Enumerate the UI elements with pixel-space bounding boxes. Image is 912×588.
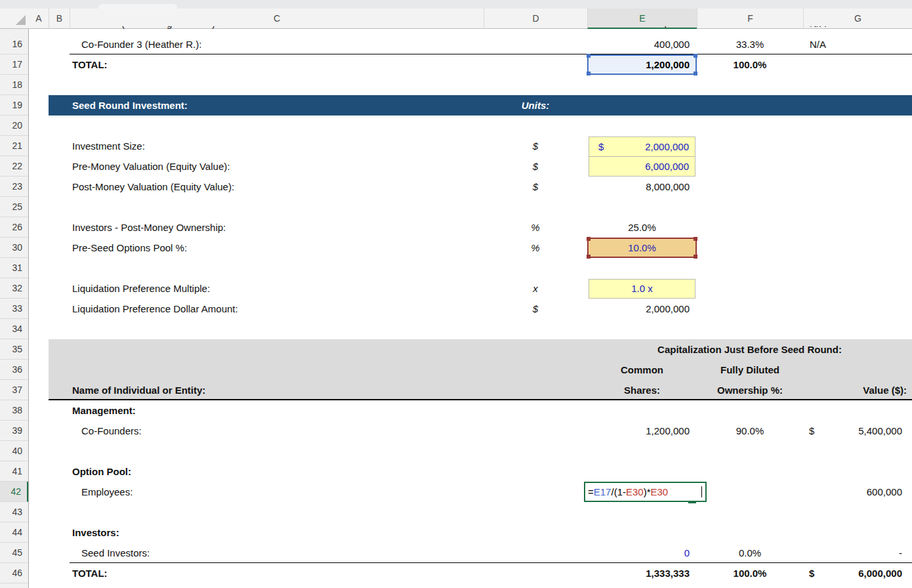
cell-C42[interactable]: Employees:	[81, 482, 133, 502]
select-all-button[interactable]	[0, 9, 29, 29]
cell-G46[interactable]: 6,000,000	[803, 563, 902, 583]
col-label-ownership[interactable]: Ownership %:	[697, 380, 803, 400]
cell-F17[interactable]: 100.0%	[697, 54, 803, 75]
cell-F16[interactable]: 33.3%	[697, 34, 803, 54]
cell-G45[interactable]: -	[803, 543, 902, 563]
cell-E46[interactable]: 1,333,333	[587, 563, 690, 583]
cell-D32-unit[interactable]: x	[484, 278, 587, 299]
cell-D23-unit[interactable]: $	[484, 177, 587, 197]
cell-C22[interactable]: Pre-Money Valuation (Equity Value):	[72, 156, 230, 177]
cell-E32-value: 1.0 x	[589, 280, 695, 298]
cell-C30[interactable]: Pre-Seed Options Pool %:	[72, 238, 187, 258]
selection-handle[interactable]	[587, 54, 591, 58]
row-header-44[interactable]: 44	[0, 522, 28, 543]
row-header-23[interactable]: 23	[0, 177, 28, 197]
cell-G39[interactable]: 5,400,000	[803, 421, 902, 441]
row-header-46[interactable]: 46	[0, 563, 28, 583]
cell-E22-input[interactable]: 6,000,000	[589, 156, 695, 177]
cell-D33-unit[interactable]: $	[484, 299, 587, 319]
cell-E17-value: 1,200,000	[646, 56, 690, 74]
row-header-36[interactable]: 36	[0, 360, 28, 380]
row-header-42[interactable]: 42	[0, 482, 28, 502]
cell-C41[interactable]: Option Pool:	[72, 461, 131, 482]
row-header-45[interactable]: 45	[0, 543, 28, 563]
cell-C21[interactable]: Investment Size:	[72, 136, 145, 156]
row-header-gutter: 16 17 18 19 20 21 22 23 25 26 30 31 32 3…	[0, 29, 29, 588]
cell-G42[interactable]: 600,000	[803, 482, 902, 502]
row-header-31[interactable]: 31	[0, 258, 28, 278]
row-header-26[interactable]: 26	[0, 217, 28, 238]
col-label-common[interactable]: Common	[587, 360, 697, 380]
row-header-35[interactable]: 35	[0, 339, 28, 360]
row-header-43[interactable]: 43	[0, 502, 28, 522]
cell-D30-unit[interactable]: %	[484, 238, 587, 258]
cap-table-title[interactable]: Capitalization Just Before Seed Round:	[587, 339, 912, 360]
row-header-19[interactable]: 19	[0, 95, 28, 116]
formula-text: =E17/(1-E30)*E30	[588, 483, 668, 501]
row-header-17[interactable]: 17	[0, 54, 28, 75]
cell-E23[interactable]: 8,000,000	[587, 177, 690, 197]
cell-C23[interactable]: Post-Money Valuation (Equity Value):	[72, 177, 234, 197]
cell-D22-unit[interactable]: $	[484, 156, 587, 177]
row-header-41[interactable]: 41	[0, 461, 28, 482]
row-header-37[interactable]: 37	[0, 380, 28, 400]
row-header-40[interactable]: 40	[0, 441, 28, 461]
cell-E39[interactable]: 1,200,000	[587, 421, 690, 441]
fill-handle[interactable]	[688, 501, 696, 503]
cell-G16[interactable]: N/A	[810, 34, 826, 54]
cell-D26-unit[interactable]: %	[484, 217, 587, 238]
cell-F39[interactable]: 90.0%	[697, 421, 803, 441]
cell-C16[interactable]: Co-Founder 3 (Heather R.):	[81, 34, 201, 54]
cell-C38[interactable]: Management:	[72, 400, 136, 421]
formula-cell-E42[interactable]: =E17/(1-E30)*E30	[584, 482, 707, 502]
row-header-20[interactable]: 20	[0, 116, 28, 136]
cell-E33[interactable]: 2,000,000	[587, 299, 690, 319]
col-label-shares[interactable]: Shares:	[587, 380, 697, 400]
section-header-seed-round[interactable]: Seed Round Investment: Units:	[49, 95, 912, 116]
text-cursor	[701, 486, 702, 497]
cell-E16[interactable]: 400,000	[587, 34, 690, 54]
section-title: Seed Round Investment:	[72, 95, 188, 116]
cell-C26[interactable]: Investors - Post-Money Ownership:	[72, 217, 226, 238]
cell-E32-input[interactable]: 1.0 x	[589, 279, 695, 299]
selection-handle[interactable]	[587, 255, 591, 259]
row-header-39[interactable]: 39	[0, 421, 28, 441]
units-header: Units:	[484, 95, 587, 116]
cell-E22-value: 6,000,000	[645, 157, 689, 176]
col-label-fully-diluted[interactable]: Fully Diluted	[697, 360, 803, 380]
cell-C33[interactable]: Liquidation Preference Dollar Amount:	[72, 299, 238, 319]
row-header-38[interactable]: 38	[0, 400, 28, 421]
row-header-25[interactable]: 25	[0, 197, 28, 217]
cell-C44[interactable]: Investors:	[72, 522, 119, 543]
cell-C45[interactable]: Seed Investors:	[81, 543, 150, 563]
cell-D21-unit[interactable]: $	[484, 136, 587, 156]
selection-handle[interactable]	[587, 237, 591, 241]
cell-F45[interactable]: 0.0%	[697, 543, 803, 563]
row-header-18[interactable]: 18	[0, 75, 28, 95]
cell-E17-reference-highlight[interactable]: 1,200,000	[587, 54, 697, 75]
col-label-value[interactable]: Value ($):	[803, 380, 907, 400]
row-header-32[interactable]: 32	[0, 278, 28, 299]
row-header-34[interactable]: 34	[0, 319, 28, 339]
row-header-30[interactable]: 30	[0, 238, 28, 258]
row-header-22[interactable]: 22	[0, 156, 28, 177]
col-label-name[interactable]: Name of Individual or Entity:	[72, 380, 205, 400]
cell-E30-reference-highlight[interactable]: 10.0%	[587, 238, 697, 258]
partial-text-fragment: ,	[664, 26, 667, 29]
cell-F46[interactable]: 100.0%	[697, 563, 803, 583]
cell-E45[interactable]: 0	[587, 543, 690, 563]
row-header-16[interactable]: 16	[0, 34, 28, 54]
cell-C17[interactable]: TOTAL:	[72, 54, 108, 75]
cell-E21-input[interactable]: $ 2,000,000	[589, 136, 695, 157]
cell-C32[interactable]: Liquidation Preference Multiple:	[72, 278, 210, 299]
row-header-21[interactable]: 21	[0, 136, 28, 156]
selection-handle[interactable]	[694, 255, 697, 259]
selection-handle[interactable]	[694, 237, 697, 241]
cell-C39[interactable]: Co-Founders:	[81, 421, 142, 441]
partial-row-15: ( g ) , N/A	[29, 26, 912, 33]
row-header-33[interactable]: 33	[0, 299, 28, 319]
cell-E26[interactable]: 25.0%	[587, 217, 697, 238]
cell-C46[interactable]: TOTAL:	[72, 563, 108, 583]
cell-E21-value: 2,000,000	[645, 137, 689, 156]
selection-handle[interactable]	[587, 72, 591, 75]
